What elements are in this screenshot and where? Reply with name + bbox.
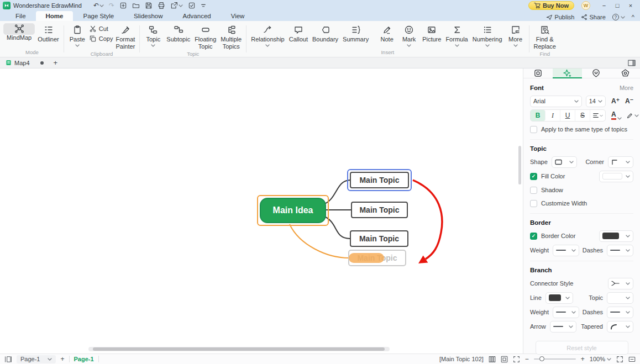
- dragged-topic-pill[interactable]: [349, 253, 384, 263]
- fit-content-icon[interactable]: [513, 356, 520, 363]
- zoom-out-button[interactable]: −: [525, 355, 529, 363]
- export-button[interactable]: [170, 2, 183, 9]
- toolbar-options-icon[interactable]: [201, 3, 206, 8]
- main-topic-node-1[interactable]: Main Topic: [350, 172, 409, 188]
- font-color-button[interactable]: A: [611, 111, 622, 120]
- main-topic-node-2[interactable]: Main Topic: [351, 202, 408, 218]
- zoom-slider-knob[interactable]: [539, 356, 544, 361]
- add-page-button[interactable]: +: [60, 355, 64, 363]
- corner-select[interactable]: [608, 156, 633, 168]
- new-file-button[interactable]: [119, 2, 127, 9]
- tapered-select[interactable]: [607, 321, 633, 333]
- fit-window-icon[interactable]: [501, 356, 508, 363]
- find-replace-button[interactable]: Find & Replace: [532, 23, 558, 51]
- font-family-select[interactable]: Arial: [530, 96, 582, 107]
- border-color-checkbox[interactable]: [530, 233, 537, 240]
- buy-now-button[interactable]: Buy Now: [528, 1, 574, 10]
- page-select[interactable]: Page-1: [17, 355, 56, 363]
- tab-slideshow[interactable]: Slideshow: [124, 11, 172, 21]
- strikethrough-button[interactable]: S: [575, 110, 590, 121]
- help-button[interactable]: ?: [612, 14, 625, 20]
- mindmap-mode-button[interactable]: MindMap: [3, 23, 35, 35]
- note-button[interactable]: Note: [376, 23, 397, 44]
- branch-weight-select[interactable]: [553, 307, 579, 318]
- tab-view[interactable]: View: [221, 11, 255, 21]
- maximize-button[interactable]: □: [611, 0, 624, 11]
- split-view-icon[interactable]: [489, 356, 496, 363]
- italic-button[interactable]: I: [545, 110, 560, 121]
- floating-topic-button[interactable]: Floating Topic: [193, 23, 218, 51]
- main-topic-node-3[interactable]: Main Topic: [350, 230, 408, 247]
- topic-button[interactable]: Topic: [143, 23, 164, 48]
- zoom-in-button[interactable]: +: [581, 355, 585, 363]
- vertical-scrollbar-thumb[interactable]: [518, 146, 521, 184]
- fill-color-checkbox[interactable]: [530, 173, 537, 180]
- callout-button[interactable]: Callout: [287, 23, 309, 44]
- tab-advanced-settings[interactable]: [611, 68, 640, 78]
- branch-dashes-select[interactable]: [607, 307, 633, 318]
- tab-topic-format[interactable]: [553, 68, 582, 78]
- multiple-topics-button[interactable]: Multiple Topics: [219, 23, 243, 51]
- zoom-level-select[interactable]: 100%: [590, 356, 611, 362]
- copy-button[interactable]: Copy: [89, 35, 113, 43]
- outliner-mode-button[interactable]: Outliner: [36, 23, 61, 44]
- summary-button[interactable]: Summary: [341, 23, 370, 44]
- cut-button[interactable]: Cut: [89, 25, 113, 33]
- edit-check-button[interactable]: [188, 2, 196, 9]
- highlight-pen-button[interactable]: [626, 112, 639, 119]
- undo-button[interactable]: ↶: [93, 2, 104, 9]
- boundary-button[interactable]: Boundary: [311, 23, 340, 44]
- fullscreen-icon[interactable]: [616, 356, 623, 363]
- increase-font-size-button[interactable]: A⁺: [611, 97, 620, 105]
- tab-mark[interactable]: [582, 68, 611, 78]
- user-avatar[interactable]: W: [581, 1, 590, 10]
- collapse-ribbon-button[interactable]: ^: [632, 14, 634, 20]
- tab-canvas-style[interactable]: [523, 68, 553, 78]
- close-button[interactable]: ×: [624, 0, 637, 11]
- toggle-right-panel-button[interactable]: [628, 60, 636, 66]
- customize-width-checkbox[interactable]: [530, 200, 537, 207]
- save-button[interactable]: [145, 2, 153, 9]
- tab-advanced[interactable]: Advanced: [173, 11, 221, 21]
- shape-select[interactable]: [552, 156, 577, 168]
- border-weight-select[interactable]: [553, 245, 579, 256]
- more-link[interactable]: More: [620, 85, 633, 91]
- active-page-tab[interactable]: Page-1: [74, 356, 94, 362]
- relationship-button[interactable]: Relationship: [249, 23, 286, 48]
- redo-button[interactable]: ↷: [109, 2, 114, 9]
- horizontal-scrollbar-thumb[interactable]: [93, 347, 385, 351]
- branch-arrow-select[interactable]: [550, 321, 576, 333]
- minimize-button[interactable]: −: [597, 0, 611, 11]
- branch-line-color-select[interactable]: [545, 292, 573, 304]
- main-idea-node[interactable]: Main Idea: [260, 198, 326, 223]
- branch-topic-select[interactable]: [607, 292, 633, 304]
- publish-button[interactable]: Publish: [546, 14, 574, 20]
- pages-panel-icon[interactable]: [4, 356, 12, 363]
- collapse-panel-icon[interactable]: [628, 356, 636, 363]
- reset-style-button[interactable]: Reset style: [536, 341, 628, 355]
- tab-file[interactable]: File: [6, 11, 36, 21]
- formula-button[interactable]: Formula: [444, 23, 469, 48]
- picture-button[interactable]: Picture: [421, 23, 443, 44]
- apply-same-type-checkbox[interactable]: [530, 126, 537, 133]
- underline-button[interactable]: U: [560, 110, 575, 121]
- print-button[interactable]: [158, 2, 165, 9]
- new-map-tab-button[interactable]: +: [54, 59, 58, 66]
- document-tab-map4[interactable]: Map4: [4, 60, 45, 66]
- format-painter-button[interactable]: Format Painter: [114, 23, 137, 51]
- font-size-select[interactable]: 14: [586, 96, 606, 107]
- tab-home[interactable]: Home: [36, 11, 74, 21]
- bold-button[interactable]: B: [531, 110, 545, 121]
- border-color-select[interactable]: [599, 230, 633, 242]
- subtopic-button[interactable]: Subtopic: [165, 23, 192, 44]
- mark-button[interactable]: Mark: [398, 23, 419, 48]
- shadow-checkbox[interactable]: [530, 187, 537, 194]
- paste-button[interactable]: Paste: [67, 23, 88, 48]
- connector-style-select[interactable]: [608, 278, 633, 289]
- share-button[interactable]: Share: [581, 14, 605, 20]
- fill-color-select[interactable]: [599, 171, 633, 182]
- zoom-slider[interactable]: [534, 358, 576, 360]
- tab-page-style[interactable]: Page Style: [73, 11, 124, 21]
- text-align-button[interactable]: [590, 110, 605, 121]
- border-dashes-select[interactable]: [607, 245, 633, 256]
